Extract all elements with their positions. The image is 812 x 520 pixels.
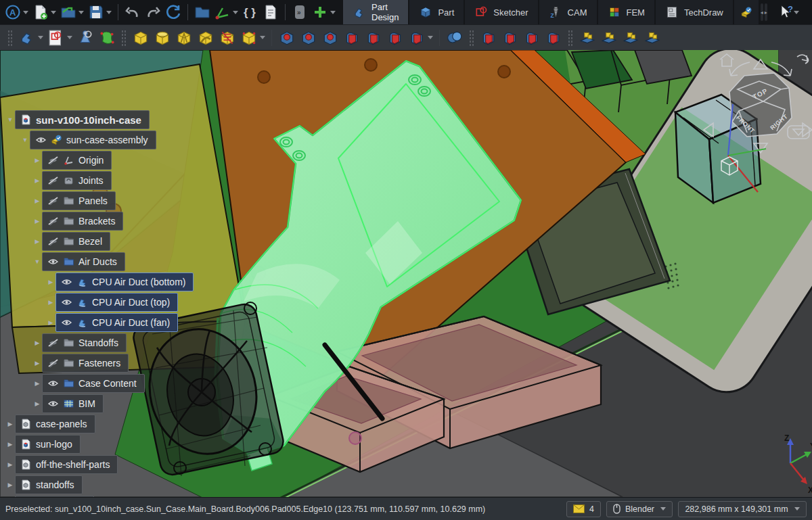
subtractive-helix-button[interactable] xyxy=(386,28,405,47)
tree-item-box[interactable]: Joints xyxy=(42,171,112,190)
tree-item-cpu-air-duct-fan-[interactable]: ▶CPU Air Duct (fan) xyxy=(46,312,178,333)
additive-helix-button[interactable] xyxy=(218,28,237,47)
linear-pattern-button[interactable] xyxy=(600,28,618,47)
pad-button[interactable] xyxy=(131,28,150,47)
3d-viewport[interactable]: TOP FRONT RIGHT Z xyxy=(0,50,812,497)
tree-item-standoffs[interactable]: ▶Standoffs xyxy=(32,333,127,353)
visibility-hidden-icon[interactable] xyxy=(47,195,59,206)
tree-item-box[interactable]: CPU Air Duct (bottom) xyxy=(55,273,194,291)
tree-expander-closed-icon[interactable]: ▶ xyxy=(32,157,42,164)
dropdown-caret[interactable] xyxy=(78,11,84,14)
boolean-button[interactable] xyxy=(445,28,464,47)
navigation-style-selector[interactable]: Blender xyxy=(606,501,673,517)
tree-item-box[interactable]: case-panels xyxy=(15,415,95,433)
tree-expander-closed-icon[interactable]: ▶ xyxy=(32,218,42,224)
tree-item-box[interactable]: Case Content xyxy=(42,374,145,393)
revolution-button[interactable] xyxy=(153,28,172,47)
tree-expander-closed-icon[interactable]: ▶ xyxy=(5,461,15,468)
tree-expander-closed-icon[interactable]: ▶ xyxy=(32,177,42,184)
new-document-icon[interactable] xyxy=(31,3,50,22)
tree-item-case-content[interactable]: ▶Case Content xyxy=(32,373,145,394)
tree-expander-closed-icon[interactable]: ▶ xyxy=(32,197,42,204)
tree-item-brackets[interactable]: ▶Brackets xyxy=(32,211,123,231)
visibility-eye-icon[interactable] xyxy=(47,398,59,409)
tree-item-origin[interactable]: ▶Origin xyxy=(32,150,112,170)
tree-item-box[interactable]: CPU Air Duct (fan) xyxy=(55,313,178,332)
tree-item-box[interactable]: off-the-shelf-parts xyxy=(15,455,118,474)
workbench-tab-fem[interactable]: FEM xyxy=(598,0,654,24)
dropdown-caret[interactable] xyxy=(233,11,238,14)
tree-expander-closed-icon[interactable]: ▶ xyxy=(32,360,42,367)
subtractive-loft-button[interactable] xyxy=(342,28,361,47)
pocket-button[interactable] xyxy=(277,28,296,47)
tree-item-box[interactable]: Fasteners xyxy=(42,354,129,373)
refresh-icon[interactable] xyxy=(164,3,183,22)
tree-item-case-panels[interactable]: ▶case-panels xyxy=(5,414,95,434)
dropdown-caret[interactable] xyxy=(330,11,336,14)
workbench-tab-techdraw[interactable]: TechDraw xyxy=(656,0,733,24)
open-folder-icon[interactable] xyxy=(193,3,212,22)
tree-expander-open-icon[interactable]: ▼ xyxy=(20,137,30,143)
tree-item-bim[interactable]: ▶BIM xyxy=(32,394,104,414)
dropdown-caret[interactable] xyxy=(428,36,433,39)
draft-button[interactable] xyxy=(522,28,541,47)
freecad-logo-icon[interactable]: A xyxy=(3,3,22,22)
visibility-eye-icon[interactable] xyxy=(61,277,72,287)
redo-icon[interactable] xyxy=(143,3,162,22)
workbench-tab-part-design[interactable]: Part Design xyxy=(343,0,408,24)
multitransform-button[interactable] xyxy=(643,28,662,47)
dropdown-caret[interactable] xyxy=(106,11,112,14)
tree-item-sun-v100-10inch-case[interactable]: ▼sun-v100-10inch-case xyxy=(5,110,150,130)
subtractive-pipe-button[interactable] xyxy=(364,28,383,47)
polar-pattern-button[interactable] xyxy=(621,28,640,47)
tree-item-fasteners[interactable]: ▶Fasteners xyxy=(32,353,129,373)
dropdown-caret[interactable] xyxy=(38,36,43,39)
fillet-button[interactable] xyxy=(479,28,498,47)
shapebinder-button[interactable] xyxy=(97,28,116,47)
tree-expander-closed-icon[interactable]: ▶ xyxy=(5,481,15,488)
tree-item-bezel[interactable]: ▶Bezel xyxy=(32,231,110,252)
tree-item-box[interactable]: Origin xyxy=(42,151,112,170)
tree-expander-closed-icon[interactable]: ▶ xyxy=(32,238,42,245)
tree-expander-open-icon[interactable]: ▼ xyxy=(5,116,15,123)
visibility-hidden-icon[interactable] xyxy=(47,337,59,348)
visibility-eye-icon[interactable] xyxy=(61,317,72,328)
nav-cube-body[interactable] xyxy=(729,73,792,137)
tab-scroll-left-button[interactable]: ◂ xyxy=(761,3,763,21)
workbench-tab-cam[interactable]: ZCAM xyxy=(539,0,597,24)
tree-expander-open-icon[interactable]: ▼ xyxy=(32,258,42,265)
chamfer-button[interactable] xyxy=(501,28,520,47)
visibility-hidden-icon[interactable] xyxy=(47,175,59,186)
tree-expander-closed-icon[interactable]: ▶ xyxy=(5,421,15,427)
visibility-hidden-icon[interactable] xyxy=(47,155,59,166)
whats-this-button[interactable]: ? xyxy=(777,4,801,20)
tree-item-panels[interactable]: ▶Panels xyxy=(32,191,116,211)
tree-item-sun-case-assembly[interactable]: ▼sun-case-assembly xyxy=(20,130,156,150)
visibility-eye-icon[interactable] xyxy=(35,135,47,145)
view-dimensions-selector[interactable]: 282,986 mm x 149,301 mm xyxy=(678,501,807,517)
tab-scroll-right-button[interactable]: ▸ xyxy=(765,3,767,21)
create-sketch-button[interactable] xyxy=(47,28,66,47)
notes-document-icon[interactable] xyxy=(261,3,280,22)
hole-button[interactable] xyxy=(299,28,318,47)
create-body-button[interactable] xyxy=(18,28,37,47)
tree-item-box[interactable]: CPU Air Duct (top) xyxy=(55,293,178,312)
dropdown-caret[interactable] xyxy=(67,36,72,39)
tree-item-box[interactable]: standoffs xyxy=(15,475,83,494)
tree-item-off-the-shelf-parts[interactable]: ▶off-the-shelf-parts xyxy=(5,454,118,475)
tree-item-box[interactable]: BIM xyxy=(42,394,104,413)
undo-icon[interactable] xyxy=(123,3,142,22)
macro-braces-icon[interactable]: { } xyxy=(241,3,260,22)
dropdown-caret[interactable] xyxy=(23,11,28,14)
mirrored-button[interactable] xyxy=(578,28,597,47)
dropdown-caret[interactable] xyxy=(51,11,56,14)
subtractive-primitive-button[interactable] xyxy=(407,28,426,47)
groove-button[interactable] xyxy=(321,28,340,47)
open-document-icon[interactable] xyxy=(59,3,78,22)
thickness-button[interactable] xyxy=(544,28,563,47)
validate-sketch-button[interactable] xyxy=(76,28,95,47)
workbench-tab-assembly-wb[interactable] xyxy=(734,0,759,24)
workbench-tab-part[interactable]: Part xyxy=(409,0,464,24)
visibility-eye-icon[interactable] xyxy=(47,378,59,389)
tree-expander-closed-icon[interactable]: ▶ xyxy=(46,319,55,326)
